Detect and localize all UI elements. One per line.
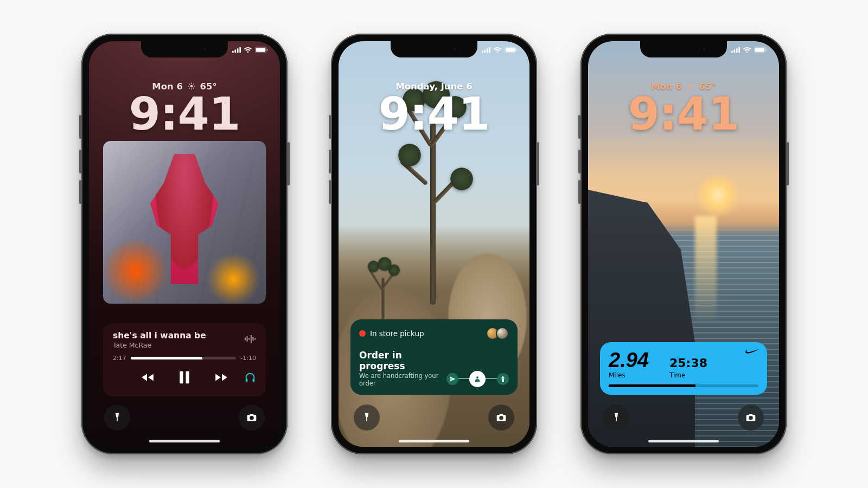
track-title: she's all i wanna be [113,331,206,341]
phone-joshuatree-lockscreen: Monday, June 6 9:41 In store pickup Orde… [331,34,537,454]
flashlight-button[interactable] [354,404,380,431]
step-sent-icon [446,373,458,385]
battery-icon [754,47,767,53]
camera-button[interactable] [738,404,764,431]
cellular-icon [482,47,490,53]
svg-rect-35 [733,50,735,53]
wallpaper-sun-reflection [695,216,717,324]
track-artist: Tate McRae [113,341,206,349]
flashlight-button[interactable] [104,404,130,431]
svg-rect-25 [253,378,255,382]
lockscreen-time: 9:41 [588,91,779,137]
live-activity-order[interactable]: In store pickup Order in progress We are… [350,319,518,395]
svg-rect-36 [736,48,738,53]
status-bar [482,47,518,53]
svg-line-46 [688,84,689,85]
run-time-block: 25:38 Time [669,356,707,379]
time-elapsed: 2:17 [113,355,126,362]
previous-button[interactable] [141,370,155,387]
svg-rect-16 [245,337,246,341]
three-phone-stage: Mon 6 65° 9:41 she's all i wanna be Tate… [0,0,868,488]
run-distance-value: 2.94 [609,350,649,370]
wallpaper-tree [430,123,436,305]
svg-rect-39 [755,48,765,52]
playback-controls [113,369,256,388]
run-progress-fill [609,384,695,387]
notch [640,41,727,57]
svg-rect-24 [246,378,248,382]
order-title: Order in progress [359,350,446,371]
svg-rect-28 [487,48,488,53]
playback-progress[interactable]: 2:17 -1:10 [113,355,256,362]
svg-rect-34 [731,51,733,53]
run-distance-label: Miles [609,371,649,379]
svg-rect-22 [180,371,183,384]
run-time-label: Time [669,371,707,379]
wifi-icon [244,47,252,53]
live-indicator-icon [359,330,366,337]
time-remaining: -1:10 [240,355,256,362]
home-indicator[interactable] [399,440,469,442]
phone-sunset-lockscreen: Mon 6 65° 9:41 2.94 Miles 25:38 [580,34,787,454]
run-time-value: 25:38 [669,356,707,370]
pickup-status: In store pickup [370,329,424,338]
home-indicator[interactable] [648,440,719,442]
svg-rect-23 [186,371,189,384]
svg-rect-0 [232,51,234,53]
camera-button[interactable] [239,404,265,431]
track-info: she's all i wanna be Tate McRae [113,331,206,349]
svg-point-33 [476,376,478,378]
notch [141,41,228,57]
svg-rect-6 [267,49,268,51]
svg-rect-37 [738,47,740,53]
waveform-icon[interactable] [244,335,256,345]
order-items-thumbnails [489,327,509,340]
svg-rect-29 [489,47,490,53]
progress-track[interactable] [131,357,237,359]
run-progress-track [609,384,758,387]
phone-music-lockscreen: Mon 6 65° 9:41 she's all i wanna be Tate… [81,34,288,454]
pause-button[interactable] [176,369,193,388]
flashlight-button[interactable] [603,404,629,431]
camera-button[interactable] [488,404,514,431]
home-indicator[interactable] [149,440,220,442]
run-distance-block: 2.94 Miles [609,350,649,379]
progress-fill [131,357,202,359]
nike-swoosh-icon [745,348,760,358]
svg-rect-5 [256,48,266,52]
svg-line-49 [692,84,693,85]
notch [391,41,477,57]
status-bar [731,47,767,53]
svg-rect-21 [254,338,256,340]
status-bar [232,47,268,53]
step-store-icon [497,373,509,385]
svg-line-12 [189,84,190,85]
audio-output-headphones-icon[interactable] [244,371,256,386]
svg-rect-20 [253,337,254,341]
svg-rect-27 [484,50,486,53]
wifi-icon [493,47,502,53]
order-subtitle: We are handcrafting your order [359,372,446,387]
cellular-icon [232,47,241,53]
live-activity-running[interactable]: 2.94 Miles 25:38 Time [600,342,767,395]
now-playing-album-art[interactable] [103,141,266,304]
svg-rect-32 [516,49,518,51]
lockscreen-time: 9:41 [89,91,280,137]
svg-line-15 [193,84,194,85]
cellular-icon [731,47,740,53]
svg-rect-26 [482,51,483,53]
next-button[interactable] [214,370,228,387]
lockscreen-time: 9:41 [339,91,529,137]
svg-rect-18 [248,338,250,340]
now-playing-widget[interactable]: she's all i wanna be Tate McRae 2:17 -1:… [103,323,266,396]
battery-icon [255,47,268,53]
svg-rect-2 [237,48,239,53]
wifi-icon [743,47,751,53]
svg-rect-3 [239,47,241,53]
svg-rect-1 [234,50,236,53]
svg-rect-31 [506,48,515,52]
battery-icon [505,47,518,53]
svg-rect-40 [766,49,767,51]
step-pickup-person-icon [469,371,486,387]
item-thumbnail [496,327,509,340]
